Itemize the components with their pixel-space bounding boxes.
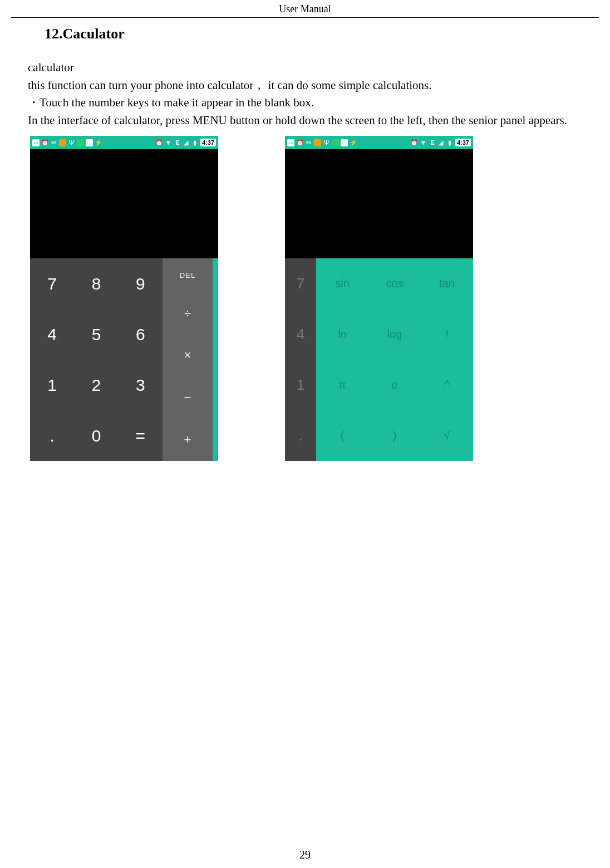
- basic-keypad: 7 8 9 4 5 6 1 2 3 . 0 = DEL ÷ ×: [30, 258, 218, 461]
- number-pad: 7 8 9 4 5 6 1 2 3 . 0 =: [30, 258, 163, 461]
- wifi-icon: ▼: [420, 139, 427, 146]
- status-right-icons: ⏰ ▼ E ◢ ▮ 4:37: [156, 139, 216, 146]
- screenshot-icon: ▭: [287, 139, 294, 146]
- key-6[interactable]: 6: [119, 309, 163, 360]
- key-3[interactable]: 3: [119, 360, 163, 410]
- advanced-panel-handle[interactable]: [213, 258, 218, 461]
- status-bar: ▭ ⏰ ✉ Ψ ⋯ ⚡ ⏰ ▼ E ◢ ▮ 4:37: [30, 136, 218, 149]
- key-power[interactable]: ^: [421, 360, 473, 410]
- advanced-functions: sin cos tan ln log ! π e ^ ( ) √: [316, 258, 473, 461]
- key-multiply[interactable]: ×: [163, 335, 213, 377]
- calculator-basic-screenshot: ▭ ⏰ ✉ Ψ ⋯ ⚡ ⏰ ▼ E ◢ ▮ 4:37: [30, 136, 218, 461]
- status-bar: ▭ ⏰ ✉ Ψ ⋯ ⚡ ⏰ ▼ E ◢ ▮ 4:37: [285, 136, 473, 149]
- key-log[interactable]: log: [368, 309, 421, 360]
- key-1[interactable]: 1: [30, 360, 74, 410]
- operator-column: DEL ÷ × − +: [163, 258, 213, 461]
- key-tan[interactable]: tan: [421, 258, 473, 309]
- key-plus[interactable]: +: [163, 419, 213, 461]
- app-icon: [59, 139, 66, 146]
- alarm-set-icon: ⏰: [156, 139, 163, 146]
- status-left-icons: ▭ ⏰ ✉ Ψ ⋯ ⚡: [32, 139, 102, 146]
- key-sin[interactable]: sin: [316, 258, 368, 309]
- key-e[interactable]: e: [368, 360, 421, 410]
- key-rparen[interactable]: ): [368, 410, 421, 461]
- network-edge-icon: E: [174, 139, 181, 146]
- key-equals[interactable]: =: [119, 410, 163, 461]
- key-divide[interactable]: ÷: [163, 292, 213, 335]
- key-minus[interactable]: −: [163, 376, 213, 419]
- key-7[interactable]: 7: [285, 258, 316, 309]
- network-edge-icon: E: [429, 139, 436, 146]
- key-dot[interactable]: .: [30, 410, 74, 461]
- content-area: 12.Caculator calculator this function ca…: [0, 18, 610, 461]
- wifi-icon: ▼: [165, 139, 172, 146]
- section-title: 12.Caculator: [45, 26, 599, 42]
- screenshots-row: ▭ ⏰ ✉ Ψ ⋯ ⚡ ⏰ ▼ E ◢ ▮ 4:37: [30, 136, 599, 461]
- page-number: 29: [0, 849, 610, 861]
- para-calculator: calculator: [28, 59, 599, 77]
- key-5[interactable]: 5: [74, 309, 118, 360]
- alarm-icon: ⏰: [296, 139, 303, 146]
- key-4[interactable]: 4: [285, 309, 316, 360]
- para-touch: ・Touch the number keys to make it appear…: [28, 94, 599, 112]
- key-7[interactable]: 7: [30, 258, 74, 309]
- screenshot-icon: ▭: [32, 139, 40, 146]
- app-icon-2: [77, 139, 84, 146]
- charging-icon: ⚡: [95, 139, 102, 146]
- key-factorial[interactable]: !: [421, 309, 473, 360]
- key-del[interactable]: DEL: [163, 258, 213, 292]
- key-4[interactable]: 4: [30, 309, 74, 360]
- key-pi[interactable]: π: [316, 360, 368, 410]
- charging-icon: ⚡: [350, 139, 357, 146]
- key-2[interactable]: 2: [74, 360, 118, 410]
- para-desc: this function can turn your phone into c…: [28, 77, 599, 95]
- mail-icon: ✉: [305, 139, 312, 146]
- key-lparen[interactable]: (: [316, 410, 368, 461]
- key-sqrt[interactable]: √: [421, 410, 473, 461]
- alarm-icon: ⏰: [41, 139, 48, 146]
- key-9[interactable]: 9: [119, 258, 163, 309]
- calc-display[interactable]: [30, 149, 218, 258]
- battery-icon: ▮: [446, 139, 454, 146]
- usb-icon: Ψ: [68, 139, 75, 146]
- key-cos[interactable]: cos: [368, 258, 421, 309]
- para-menu-text: In the interface of calculator, press ME…: [28, 114, 567, 127]
- battery-icon: ▮: [191, 139, 199, 146]
- clock-time: 4:37: [455, 139, 471, 146]
- signal-icon: ◢: [437, 139, 445, 146]
- key-0[interactable]: 0: [74, 410, 118, 461]
- key-1[interactable]: 1: [285, 360, 316, 410]
- alarm-set-icon: ⏰: [411, 139, 418, 146]
- mail-icon: ✉: [50, 139, 57, 146]
- key-8[interactable]: 8: [74, 258, 118, 309]
- number-pad-peek: 7 4 1 .: [285, 258, 316, 461]
- key-ln[interactable]: ln: [316, 309, 368, 360]
- sms-icon: ⋯: [86, 139, 93, 146]
- clock-time: 4:37: [200, 139, 216, 146]
- status-left-icons: ▭ ⏰ ✉ Ψ ⋯ ⚡: [287, 139, 357, 146]
- page-header: User Manual: [11, 0, 599, 18]
- advanced-keypad: 7 4 1 . sin cos tan ln log ! π e ^ ( ): [285, 258, 473, 461]
- signal-icon: ◢: [183, 139, 190, 146]
- sms-icon: ⋯: [341, 139, 348, 146]
- usb-icon: Ψ: [323, 139, 330, 146]
- para-menu: In the interface of calculator, press ME…: [11, 112, 599, 130]
- calc-display[interactable]: [285, 149, 473, 258]
- key-dot[interactable]: .: [285, 410, 316, 461]
- app-icon-2: [332, 139, 339, 146]
- status-right-icons: ⏰ ▼ E ◢ ▮ 4:37: [411, 139, 471, 146]
- calculator-advanced-screenshot: ▭ ⏰ ✉ Ψ ⋯ ⚡ ⏰ ▼ E ◢ ▮ 4:37: [285, 136, 473, 461]
- app-icon: [314, 139, 321, 146]
